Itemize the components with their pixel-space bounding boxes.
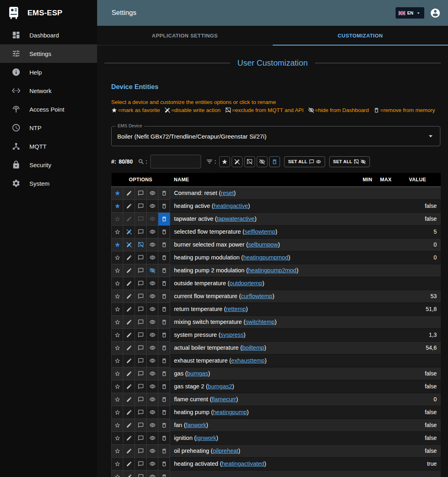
hide-toggle[interactable]	[147, 341, 158, 354]
hide-toggle[interactable]	[147, 251, 158, 264]
entity-name[interactable]: heating active (heatingactive)	[170, 199, 358, 212]
entity-shortname-link[interactable]: rettemp	[226, 306, 246, 312]
exclude-mqtt-toggle[interactable]	[135, 303, 147, 315]
disable-write-toggle[interactable]	[123, 341, 135, 354]
disable-write-toggle[interactable]	[123, 187, 135, 199]
entity-name[interactable]: tapwater active (tapwateractive)	[170, 212, 358, 225]
sidebar-item-access-point[interactable]: Access Point	[0, 100, 97, 118]
entity-shortname-link[interactable]: flamecurr	[212, 396, 236, 402]
exclude-mqtt-toggle[interactable]	[135, 212, 147, 225]
hide-toggle[interactable]	[147, 419, 158, 431]
favorite-toggle[interactable]	[112, 406, 123, 419]
bulk-trash-button[interactable]	[269, 156, 280, 167]
entity-search-input[interactable]	[150, 155, 201, 168]
disable-write-toggle[interactable]	[123, 225, 135, 238]
disable-write-toggle[interactable]	[123, 277, 135, 290]
bulk-comment-off-button[interactable]	[244, 156, 255, 167]
hide-toggle[interactable]	[147, 406, 158, 419]
account-button[interactable]	[430, 8, 441, 19]
entity-name[interactable]: Command: reset (reset)	[170, 187, 358, 199]
delete-toggle[interactable]	[158, 367, 170, 380]
entity-shortname-link[interactable]: syspress	[220, 332, 243, 338]
favorite-toggle[interactable]	[112, 187, 123, 199]
delete-toggle[interactable]	[158, 187, 170, 199]
exclude-mqtt-toggle[interactable]	[135, 393, 147, 406]
delete-toggle[interactable]	[158, 315, 170, 328]
disable-write-toggle[interactable]	[123, 251, 135, 264]
disable-write-toggle[interactable]	[123, 264, 135, 277]
sidebar-item-dashboard[interactable]: Dashboard	[0, 26, 97, 44]
favorite-toggle[interactable]	[112, 225, 123, 238]
exclude-mqtt-toggle[interactable]	[135, 225, 147, 238]
hide-toggle[interactable]	[147, 277, 158, 290]
favorite-toggle[interactable]	[112, 328, 123, 341]
entity-shortname-link[interactable]: boiltemp	[242, 344, 264, 351]
disable-write-toggle[interactable]	[123, 457, 135, 470]
entity-shortname-link[interactable]: switchtemp	[245, 319, 275, 325]
favorite-toggle[interactable]	[112, 212, 123, 225]
delete-toggle[interactable]	[158, 341, 170, 354]
delete-toggle[interactable]	[158, 264, 170, 277]
exclude-mqtt-toggle[interactable]	[135, 470, 147, 477]
entity-name[interactable]: heating activated (heatingactivated)	[170, 457, 358, 470]
disable-write-toggle[interactable]	[123, 406, 135, 419]
entity-shortname-link[interactable]: reset	[221, 190, 234, 196]
entity-shortname-link[interactable]: heatingpump2mod	[248, 267, 297, 274]
sidebar-item-system[interactable]: System	[0, 174, 97, 193]
disable-write-toggle[interactable]	[123, 470, 135, 477]
set-all-hide-button[interactable]: SET ALL	[329, 156, 370, 167]
entity-shortname-link[interactable]: oilpreheat	[213, 448, 239, 454]
favorite-toggle[interactable]	[112, 290, 123, 303]
delete-toggle[interactable]	[158, 199, 170, 212]
favorite-toggle[interactable]	[112, 303, 123, 315]
favorite-toggle[interactable]	[112, 251, 123, 264]
hide-toggle[interactable]	[147, 238, 158, 251]
hide-toggle[interactable]	[147, 470, 158, 477]
delete-toggle[interactable]	[158, 238, 170, 251]
favorite-toggle[interactable]	[112, 315, 123, 328]
bulk-edit-off-button[interactable]	[232, 156, 243, 167]
hide-toggle[interactable]	[147, 367, 158, 380]
delete-toggle[interactable]	[158, 303, 170, 315]
entity-name[interactable]: exhaust temperature (exhausttemp)	[170, 354, 358, 367]
entity-shortname-link[interactable]: fanwork	[186, 422, 206, 428]
exclude-mqtt-toggle[interactable]	[135, 328, 147, 341]
entity-name[interactable]: return temperature (rettemp)	[170, 303, 358, 315]
hide-toggle[interactable]	[147, 303, 158, 315]
favorite-toggle[interactable]	[112, 341, 123, 354]
sidebar-item-mqtt[interactable]: MQTT	[0, 137, 97, 156]
entity-name[interactable]: gas stage 2 (burngas2)	[170, 380, 358, 393]
disable-write-toggle[interactable]	[123, 444, 135, 457]
entity-name[interactable]: fan (fanwork)	[170, 419, 358, 431]
entity-name[interactable]: oil preheating (oilpreheat)	[170, 444, 358, 457]
entity-shortname-link[interactable]: heatingactive	[214, 203, 248, 209]
delete-toggle[interactable]	[158, 431, 170, 444]
favorite-toggle[interactable]	[112, 238, 123, 251]
disable-write-toggle[interactable]	[123, 328, 135, 341]
entity-name[interactable]: actual boiler temperature (boiltemp)	[170, 341, 358, 354]
exclude-mqtt-toggle[interactable]	[135, 354, 147, 367]
exclude-mqtt-toggle[interactable]	[135, 406, 147, 419]
exclude-mqtt-toggle[interactable]	[135, 380, 147, 393]
bulk-eye-off-button[interactable]	[257, 156, 268, 167]
hide-toggle[interactable]	[147, 380, 158, 393]
language-selector[interactable]: EN	[395, 7, 425, 19]
delete-toggle[interactable]	[158, 251, 170, 264]
exclude-mqtt-toggle[interactable]	[135, 341, 147, 354]
favorite-toggle[interactable]	[112, 354, 123, 367]
hide-toggle[interactable]	[147, 199, 158, 212]
exclude-mqtt-toggle[interactable]	[135, 419, 147, 431]
hide-toggle[interactable]	[147, 444, 158, 457]
exclude-mqtt-toggle[interactable]	[135, 290, 147, 303]
disable-write-toggle[interactable]	[123, 431, 135, 444]
entity-shortname-link[interactable]: tapwateractive	[217, 216, 255, 222]
exclude-mqtt-toggle[interactable]	[135, 431, 147, 444]
exclude-mqtt-toggle[interactable]	[135, 264, 147, 277]
sidebar-item-settings[interactable]: Settings	[0, 44, 97, 63]
delete-toggle[interactable]	[158, 419, 170, 431]
entity-shortname-link[interactable]: burngas	[187, 370, 208, 377]
delete-toggle[interactable]	[158, 212, 170, 225]
delete-toggle[interactable]	[158, 444, 170, 457]
favorite-toggle[interactable]	[112, 470, 123, 477]
disable-write-toggle[interactable]	[123, 212, 135, 225]
